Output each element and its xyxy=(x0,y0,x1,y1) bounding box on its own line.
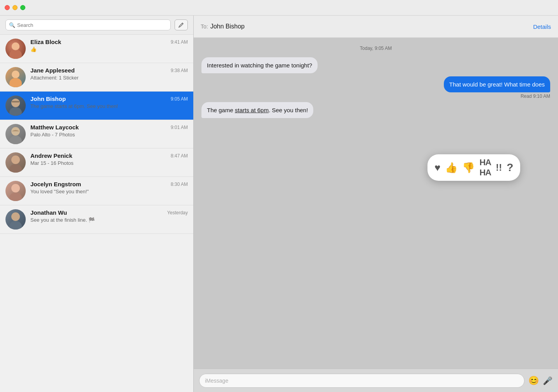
avatar-jonathan xyxy=(5,209,26,230)
bubble-text-3c: . See you then! xyxy=(268,107,308,113)
message-row-3: The game starts at 6pm. See you then! xyxy=(201,102,550,118)
conversation-item-andrew-penick[interactable]: Andrew Penick 8:47 AM Mar 15 - 16 Photos xyxy=(0,148,193,177)
bubble-text-3b-underline: starts at 6pm xyxy=(235,107,269,113)
conv-preview-eliza: 👍 xyxy=(30,46,188,52)
conversation-item-john-bishop[interactable]: John Bishop 9:05 AM The game starts at 6… xyxy=(0,92,193,120)
close-button[interactable] xyxy=(5,5,10,10)
search-icon: 🔍 xyxy=(9,22,15,28)
sidebar: 🔍 xyxy=(0,16,194,392)
svg-rect-7 xyxy=(12,101,19,102)
svg-point-12 xyxy=(11,184,20,192)
conv-content-jocelyn: Jocelyn Engstrom 8:30 AM You loved "See … xyxy=(30,181,188,194)
conv-time-matthew: 9:01 AM xyxy=(171,125,188,130)
conv-time-andrew: 8:47 AM xyxy=(171,153,188,159)
search-bar[interactable]: 🔍 xyxy=(5,19,171,30)
emoji-button[interactable]: 😊 xyxy=(528,376,539,386)
chat-header: To: John Bishop Details xyxy=(194,16,558,38)
conversation-item-matthew-laycock[interactable]: Matthew Laycock 9:01 AM Palo Alto - 7 Ph… xyxy=(0,120,193,148)
bubble-sent-2[interactable]: That would be great! What time does xyxy=(444,76,550,92)
conv-header-matthew: Matthew Laycock 9:01 AM xyxy=(30,124,188,131)
svg-point-15 xyxy=(9,221,22,230)
conv-header-andrew: Andrew Penick 8:47 AM xyxy=(30,152,188,159)
conv-preview-matthew: Palo Alto - 7 Photos xyxy=(30,132,188,138)
read-receipt-2: Read 9:10 AM xyxy=(201,94,550,99)
svg-point-6 xyxy=(9,107,22,116)
main-layout: 🔍 xyxy=(0,16,558,392)
conv-content-andrew: Andrew Penick 8:47 AM Mar 15 - 16 Photos xyxy=(30,152,188,166)
conv-header-jonathan: Jonathan Wu Yesterday xyxy=(30,209,188,216)
avatar-matthew xyxy=(5,124,26,144)
conv-preview-jane: Attachment: 1 Sticker xyxy=(30,75,188,81)
conversation-item-jocelyn-engstrom[interactable]: Jocelyn Engstrom 8:30 AM You loved "See … xyxy=(0,177,193,205)
conv-preview-jocelyn: You loved "See you then!" xyxy=(30,189,188,194)
message-row-2: That would be great! What time does xyxy=(201,76,550,92)
tapback-thumbsup-icon[interactable]: 👍 xyxy=(445,162,457,174)
conv-content-eliza: Eliza Block 9:41 AM 👍 xyxy=(30,39,188,52)
conv-name-eliza: Eliza Block xyxy=(30,39,61,45)
conv-name-jonathan: Jonathan Wu xyxy=(30,209,67,216)
svg-point-11 xyxy=(9,164,22,173)
tapback-thumbsdown-icon[interactable]: 👎 xyxy=(462,162,475,174)
bubble-received-3[interactable]: The game starts at 6pm. See you then! xyxy=(201,102,313,118)
conv-name-jane: Jane Appleseed xyxy=(30,67,75,74)
svg-point-13 xyxy=(9,192,22,201)
svg-point-2 xyxy=(12,42,19,50)
conversation-item-jane-appleseed[interactable]: Jane Appleseed 9:38 AM Attachment: 1 Sti… xyxy=(0,63,193,92)
chat-input-bar: iMessage 😊 🎤 xyxy=(194,369,558,392)
conv-header-john: John Bishop 9:05 AM xyxy=(30,95,188,102)
avatar-john xyxy=(5,95,26,116)
conv-header-jocelyn: Jocelyn Engstrom 8:30 AM xyxy=(30,181,188,187)
bubble-text-3a: The game xyxy=(207,107,235,113)
conv-time-john: 9:05 AM xyxy=(171,96,188,102)
bubble-text-1: Interested in watching the game tonight? xyxy=(207,62,312,69)
chat-recipient: John Bishop xyxy=(210,23,533,30)
svg-point-10 xyxy=(11,155,20,164)
conv-preview-jonathan: See you at the finish line. 🏁 xyxy=(30,217,188,223)
message-row-1: Interested in watching the game tonight? xyxy=(201,57,550,73)
svg-point-5 xyxy=(11,99,20,107)
sidebar-header: 🔍 xyxy=(0,16,193,35)
bubble-received-1[interactable]: Interested in watching the game tonight? xyxy=(201,57,318,73)
svg-point-3 xyxy=(12,71,19,78)
bubble-text-2: That would be great! What time does xyxy=(449,81,545,88)
avatar-jane xyxy=(5,67,26,87)
svg-point-4 xyxy=(9,78,22,87)
imessage-input-container[interactable]: iMessage xyxy=(199,374,524,388)
conv-name-john: John Bishop xyxy=(30,95,66,102)
to-label: To: xyxy=(201,23,208,30)
imessage-placeholder: iMessage xyxy=(205,378,228,384)
search-input[interactable] xyxy=(17,22,167,28)
details-button[interactable]: Details xyxy=(533,23,551,30)
conv-time-jane: 9:38 AM xyxy=(171,68,188,73)
conv-preview-andrew: Mar 15 - 16 Photos xyxy=(30,160,188,166)
message-row-2-container: That would be great! What time does Read… xyxy=(201,76,550,99)
conv-preview-john: The game starts at 6pm. See you then! xyxy=(30,103,188,109)
svg-point-1 xyxy=(9,49,22,59)
tapback-emphasis-icon[interactable]: !! xyxy=(496,162,502,173)
tapback-haha-icon[interactable]: HAHA xyxy=(479,157,491,178)
conv-time-jocelyn: 8:30 AM xyxy=(171,182,188,187)
conv-name-jocelyn: Jocelyn Engstrom xyxy=(30,181,81,187)
conversation-item-eliza-block[interactable]: Eliza Block 9:41 AM 👍 xyxy=(0,35,193,63)
conversation-list: Eliza Block 9:41 AM 👍 Jane Appleseed xyxy=(0,35,193,392)
conv-name-andrew: Andrew Penick xyxy=(30,152,72,159)
microphone-button[interactable]: 🎤 xyxy=(543,376,553,385)
tapback-popup[interactable]: ♥ 👍 👎 HAHA !! ? xyxy=(427,154,520,181)
tapback-heart-icon[interactable]: ♥ xyxy=(434,162,440,174)
maximize-button[interactable] xyxy=(20,5,25,10)
conv-content-jonathan: Jonathan Wu Yesterday See you at the fin… xyxy=(30,209,188,223)
tapback-question-icon[interactable]: ? xyxy=(507,161,513,174)
avatar-eliza xyxy=(5,39,26,59)
conv-header-jane: Jane Appleseed 9:38 AM xyxy=(30,67,188,74)
compose-button[interactable] xyxy=(175,19,188,30)
read-receipt-text: Read 9:10 AM xyxy=(521,94,550,99)
conversation-item-jonathan-wu[interactable]: Jonathan Wu Yesterday See you at the fin… xyxy=(0,205,193,234)
conv-header-eliza: Eliza Block 9:41 AM xyxy=(30,39,188,45)
message-timestamp: Today, 9:05 AM xyxy=(201,46,550,51)
minimize-button[interactable] xyxy=(12,5,18,10)
traffic-lights xyxy=(5,5,25,10)
conv-name-matthew: Matthew Laycock xyxy=(30,124,79,131)
avatar-andrew xyxy=(5,152,26,173)
svg-point-9 xyxy=(9,136,22,144)
chat-messages: Today, 9:05 AM Interested in watching th… xyxy=(194,38,558,369)
